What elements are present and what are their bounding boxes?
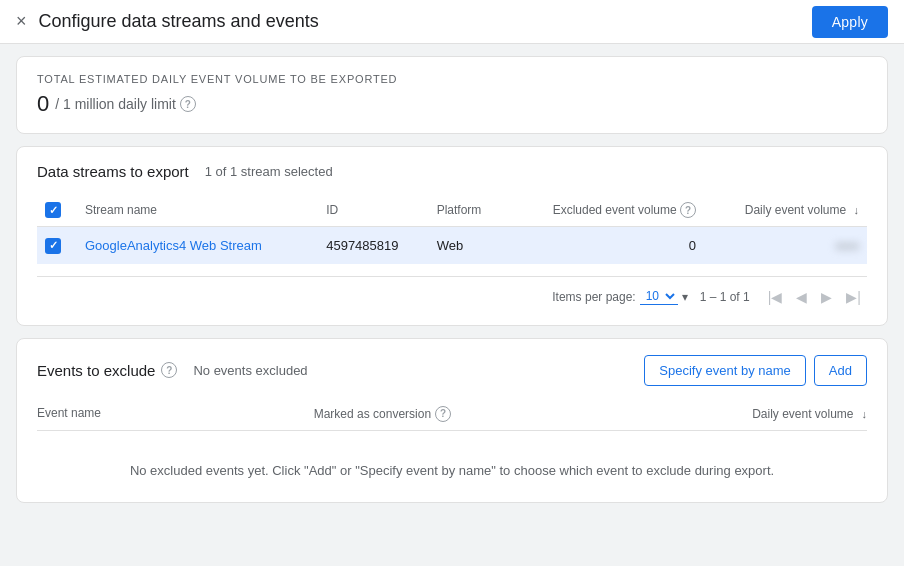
apply-button[interactable]: Apply bbox=[812, 6, 888, 38]
row-stream-name: GoogleAnalytics4 Web Stream bbox=[77, 227, 318, 264]
next-page-button[interactable]: ▶ bbox=[815, 285, 838, 309]
streams-card: Data streams to export 1 of 1 stream sel… bbox=[16, 146, 888, 326]
page-nav-btns: |◀ ◀ ▶ ▶| bbox=[762, 285, 867, 309]
volume-help-icon[interactable]: ? bbox=[180, 96, 196, 112]
volume-limit: / 1 million daily limit ? bbox=[55, 96, 196, 112]
events-col-volume: Daily event volume ↓ bbox=[590, 406, 867, 422]
volume-card: TOTAL ESTIMATED DAILY EVENT VOLUME TO BE… bbox=[16, 56, 888, 134]
table-header-row: Stream name ID Platform Excluded event v… bbox=[37, 194, 867, 227]
sort-icon[interactable]: ↓ bbox=[854, 204, 860, 216]
events-title: Events to exclude ? bbox=[37, 362, 177, 379]
events-col-conversion: Marked as conversion ? bbox=[314, 406, 591, 422]
prev-page-button[interactable]: ◀ bbox=[790, 285, 813, 309]
events-title-text: Events to exclude bbox=[37, 362, 155, 379]
events-col-name: Event name bbox=[37, 406, 314, 422]
volume-limit-text: / 1 million daily limit bbox=[55, 96, 176, 112]
select-all-checkbox[interactable] bbox=[45, 202, 61, 218]
table-row: GoogleAnalytics4 Web Stream 4597485819 W… bbox=[37, 227, 867, 264]
streams-count: 1 of 1 stream selected bbox=[205, 164, 333, 179]
header-left: × Configure data streams and events bbox=[16, 11, 319, 32]
conversion-help-icon[interactable]: ? bbox=[435, 406, 451, 422]
page-range: 1 – 1 of 1 bbox=[700, 290, 750, 304]
page-size-select: Items per page: 10 25 50 ▾ bbox=[552, 288, 687, 305]
specify-event-button[interactable]: Specify event by name bbox=[644, 355, 806, 386]
col-checkbox bbox=[37, 194, 77, 227]
col-platform: Platform bbox=[429, 194, 505, 227]
items-per-page-label: Items per page: bbox=[552, 290, 635, 304]
per-page-select[interactable]: 10 25 50 bbox=[640, 288, 678, 305]
events-actions: Specify event by name Add bbox=[644, 355, 867, 386]
col-id: ID bbox=[318, 194, 428, 227]
pagination: Items per page: 10 25 50 ▾ 1 – 1 of 1 |◀… bbox=[37, 276, 867, 309]
streams-header: Data streams to export 1 of 1 stream sel… bbox=[37, 163, 867, 180]
events-col-conversion-text: Marked as conversion bbox=[314, 407, 431, 421]
streams-table: Stream name ID Platform Excluded event v… bbox=[37, 194, 867, 264]
row-id: 4597485819 bbox=[318, 227, 428, 264]
events-vol-text: Daily event volume bbox=[752, 407, 853, 421]
streams-title: Data streams to export bbox=[37, 163, 189, 180]
events-card: Events to exclude ? No events excluded S… bbox=[16, 338, 888, 503]
volume-label: TOTAL ESTIMATED DAILY EVENT VOLUME TO BE… bbox=[37, 73, 867, 85]
col-stream-name: Stream name bbox=[77, 194, 318, 227]
events-sort-icon[interactable]: ↓ bbox=[862, 408, 868, 420]
events-header: Events to exclude ? No events excluded S… bbox=[37, 355, 867, 386]
row-excluded-volume: 0 bbox=[505, 227, 704, 264]
main-content: TOTAL ESTIMATED DAILY EVENT VOLUME TO BE… bbox=[0, 44, 904, 515]
last-page-button[interactable]: ▶| bbox=[840, 285, 867, 309]
dropdown-icon: ▾ bbox=[682, 290, 688, 304]
row-platform: Web bbox=[429, 227, 505, 264]
first-page-button[interactable]: |◀ bbox=[762, 285, 789, 309]
row-checkbox[interactable] bbox=[45, 238, 61, 254]
add-event-button[interactable]: Add bbox=[814, 355, 867, 386]
events-help-icon[interactable]: ? bbox=[161, 362, 177, 378]
stream-name-link[interactable]: GoogleAnalytics4 Web Stream bbox=[85, 238, 262, 253]
col-excluded-volume: Excluded event volume ? bbox=[505, 194, 704, 227]
empty-events-message: No excluded events yet. Click "Add" or "… bbox=[37, 439, 867, 486]
events-table-header: Event name Marked as conversion ? Daily … bbox=[37, 400, 867, 431]
excluded-vol-label: Excluded event volume bbox=[553, 203, 677, 217]
streams-table-body: GoogleAnalytics4 Web Stream 4597485819 W… bbox=[37, 227, 867, 264]
dialog-title: Configure data streams and events bbox=[39, 11, 319, 32]
daily-volume-blurred: ●●● bbox=[835, 238, 859, 253]
dialog-header: × Configure data streams and events Appl… bbox=[0, 0, 904, 44]
no-events-text: No events excluded bbox=[193, 363, 636, 378]
close-icon[interactable]: × bbox=[16, 11, 27, 32]
col-daily-volume: Daily event volume ↓ bbox=[704, 194, 867, 227]
volume-value-row: 0 / 1 million daily limit ? bbox=[37, 91, 867, 117]
daily-vol-label: Daily event volume bbox=[745, 203, 846, 217]
volume-number: 0 bbox=[37, 91, 49, 117]
row-checkbox-cell bbox=[37, 227, 77, 264]
excluded-vol-help-icon[interactable]: ? bbox=[680, 202, 696, 218]
row-daily-volume: ●●● bbox=[704, 227, 867, 264]
